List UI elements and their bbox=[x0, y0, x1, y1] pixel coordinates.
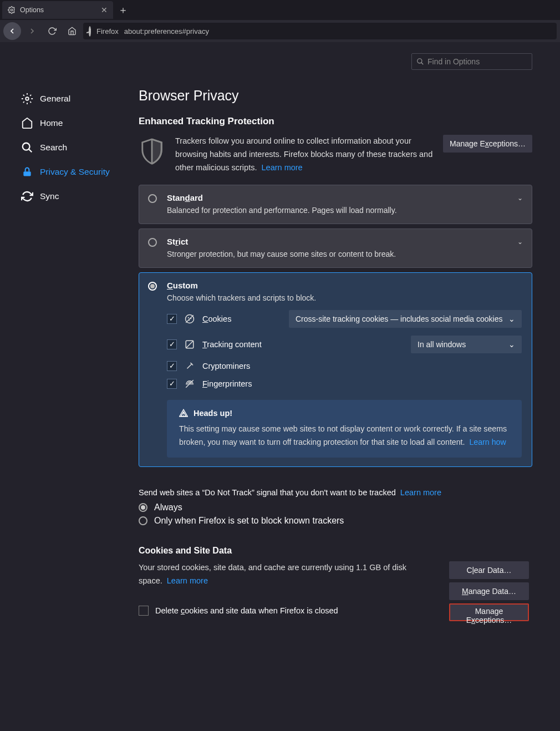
sidebar-item-privacy[interactable]: Privacy & Security bbox=[21, 160, 139, 184]
search-icon bbox=[21, 141, 33, 154]
fingerprint-icon bbox=[185, 379, 195, 389]
close-icon[interactable]: ✕ bbox=[101, 6, 108, 14]
svg-point-2 bbox=[23, 143, 30, 150]
label-cookies: Cookies bbox=[202, 314, 231, 323]
chevron-down-icon: ⌄ bbox=[517, 194, 523, 202]
radio-custom[interactable] bbox=[148, 282, 157, 291]
checkbox-delete-on-close[interactable]: Delete cookies and site data when Firefo… bbox=[139, 606, 438, 616]
tab-title: Options bbox=[20, 6, 44, 14]
delete-label: Delete cookies and site data when Firefo… bbox=[155, 606, 338, 615]
url-bar[interactable]: Firefox about:preferences#privacy bbox=[83, 23, 557, 39]
search-input[interactable]: Find in Options bbox=[411, 53, 532, 70]
warning-title: Heads up! bbox=[194, 409, 232, 418]
chevron-down-icon: ⌄ bbox=[517, 238, 523, 246]
nav-bar: Firefox about:preferences#privacy bbox=[0, 20, 560, 42]
firefox-icon bbox=[89, 27, 91, 35]
cookie-icon bbox=[185, 314, 195, 324]
sidebar-item-sync[interactable]: Sync bbox=[21, 184, 139, 209]
sidebar-label: Home bbox=[40, 118, 63, 128]
select-value: In all windows bbox=[418, 340, 466, 349]
url-prefix: Firefox bbox=[96, 27, 119, 35]
manage-exceptions-button[interactable]: Manage Exceptions… bbox=[449, 603, 529, 621]
label-fingerprinters: Fingerprinters bbox=[202, 379, 252, 388]
radio-only-blocking[interactable]: Only when Firefox is set to block known … bbox=[139, 516, 532, 526]
svg-point-0 bbox=[11, 9, 13, 11]
label-cryptominers: Cryptominers bbox=[202, 362, 250, 370]
protection-card-standard[interactable]: ⌄ Standard Balanced for protection and p… bbox=[139, 185, 532, 224]
learn-more-link[interactable]: Learn more bbox=[400, 488, 441, 497]
card-desc: Balanced for protection and performance.… bbox=[167, 206, 522, 215]
svg-point-1 bbox=[26, 97, 29, 100]
url-path: about:preferences#privacy bbox=[124, 27, 209, 35]
warning-box: Heads up! This setting may cause some we… bbox=[167, 400, 522, 458]
home-icon bbox=[21, 117, 33, 129]
shield-icon bbox=[139, 135, 165, 167]
svg-point-16 bbox=[183, 415, 184, 415]
svg-line-11 bbox=[186, 315, 194, 323]
etp-description: Trackers follow you around online to col… bbox=[175, 136, 432, 172]
checkbox-fingerprinters[interactable]: ✓ bbox=[167, 379, 177, 389]
page-title: Browser Privacy bbox=[139, 88, 532, 104]
sidebar: General Home Search Privacy & Security S… bbox=[0, 53, 139, 731]
select-cookies[interactable]: Cross-site tracking cookies — includes s… bbox=[289, 310, 522, 328]
gear-icon bbox=[8, 6, 16, 14]
sidebar-label: Search bbox=[40, 143, 67, 153]
manage-exceptions-button[interactable]: Manage Exceptions… bbox=[443, 135, 532, 153]
home-button[interactable] bbox=[63, 22, 81, 40]
svg-line-13 bbox=[186, 341, 194, 348]
select-value: Cross-site tracking cookies — includes s… bbox=[296, 314, 502, 323]
svg-line-6 bbox=[421, 63, 424, 65]
learn-more-link[interactable]: Learn more bbox=[262, 163, 303, 172]
card-desc: Choose which trackers and scripts to blo… bbox=[167, 293, 522, 302]
lock-icon bbox=[21, 166, 33, 178]
radio-label: Always bbox=[154, 502, 182, 512]
chevron-down-icon: ⌄ bbox=[508, 340, 515, 349]
radio-label: Only when Firefox is set to block known … bbox=[154, 516, 344, 526]
sidebar-label: Privacy & Security bbox=[40, 167, 110, 177]
select-tracking[interactable]: In all windows ⌄ bbox=[411, 336, 522, 353]
learn-more-link[interactable]: Learn more bbox=[167, 576, 208, 585]
cryptominer-icon bbox=[185, 361, 195, 371]
checkbox-tracking[interactable]: ✓ bbox=[167, 339, 177, 349]
sidebar-item-home[interactable]: Home bbox=[21, 111, 139, 135]
protection-card-strict[interactable]: ⌄ Strict Stronger protection, but may ca… bbox=[139, 229, 532, 268]
section-title: Cookies and Site Data bbox=[139, 546, 532, 556]
section-title: Enhanced Tracking Protection bbox=[139, 116, 532, 127]
radio-standard[interactable] bbox=[148, 194, 157, 203]
tab-options[interactable]: Options ✕ bbox=[2, 1, 113, 19]
gear-icon bbox=[21, 93, 33, 105]
sidebar-item-general[interactable]: General bbox=[21, 87, 139, 111]
svg-point-5 bbox=[418, 59, 422, 63]
svg-rect-4 bbox=[23, 171, 30, 176]
svg-point-8 bbox=[188, 317, 189, 318]
protection-card-custom[interactable]: Custom Choose which trackers and scripts… bbox=[139, 272, 532, 467]
sidebar-item-search[interactable]: Search bbox=[21, 135, 139, 160]
learn-how-link[interactable]: Learn how bbox=[469, 438, 506, 446]
radio-strict[interactable] bbox=[148, 238, 157, 247]
svg-line-3 bbox=[29, 149, 32, 153]
reload-button[interactable] bbox=[43, 22, 61, 40]
checkbox-icon bbox=[139, 606, 149, 616]
clear-data-button[interactable]: Clear Data… bbox=[449, 561, 529, 579]
new-tab-button[interactable]: ＋ bbox=[115, 2, 131, 18]
manage-data-button[interactable]: Manage Data… bbox=[449, 582, 529, 600]
label-tracking: Tracking content bbox=[202, 340, 262, 349]
radio-always[interactable]: Always bbox=[139, 502, 532, 512]
checkbox-cryptominers[interactable]: ✓ bbox=[167, 361, 177, 371]
sidebar-label: General bbox=[40, 94, 70, 104]
sync-icon bbox=[21, 190, 33, 202]
tab-strip: Options ✕ ＋ bbox=[0, 0, 560, 20]
forward-button[interactable] bbox=[23, 22, 41, 40]
warning-text: This setting may cause some web sites to… bbox=[179, 424, 507, 446]
dnt-text: Send web sites a “Do Not Track” signal t… bbox=[139, 488, 396, 497]
card-desc: Stronger protection, but may cause some … bbox=[167, 250, 522, 258]
chevron-down-icon: ⌄ bbox=[508, 314, 515, 323]
search-icon bbox=[416, 58, 424, 65]
search-placeholder: Find in Options bbox=[427, 57, 480, 66]
warning-icon bbox=[179, 409, 188, 418]
tracking-icon bbox=[185, 339, 195, 349]
sidebar-label: Sync bbox=[40, 191, 59, 201]
checkbox-cookies[interactable]: ✓ bbox=[167, 314, 177, 324]
back-button[interactable] bbox=[3, 22, 21, 40]
